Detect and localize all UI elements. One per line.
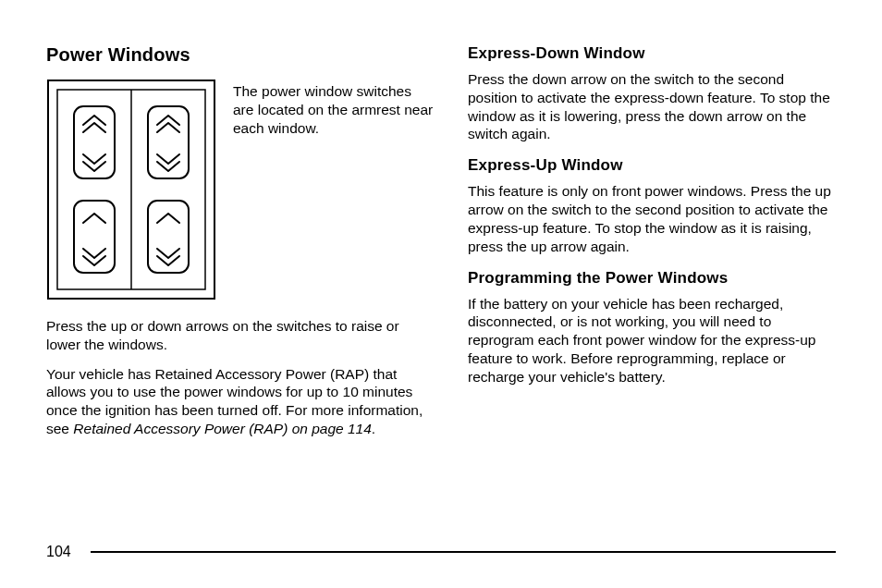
paragraph-programming: If the battery on your vehicle has been … (468, 295, 836, 386)
page-footer: 104 (46, 544, 836, 560)
heading-programming: Programming the Power Windows (468, 269, 836, 288)
svg-rect-5 (74, 201, 115, 273)
paragraph-rap: Your vehicle has Retained Accessory Powe… (46, 365, 435, 438)
left-column: Power Windows (46, 44, 435, 449)
svg-rect-6 (148, 201, 189, 273)
page-content: Power Windows (46, 44, 836, 449)
right-column: Express-Down Window Press the down arrow… (468, 44, 836, 449)
paragraph-express-down: Press the down arrow on the switch to th… (468, 70, 836, 143)
intro-row: The power window switches are located on… (46, 79, 435, 300)
paragraph-press-arrows: Press the up or down arrows on the switc… (46, 317, 435, 354)
svg-rect-3 (74, 106, 115, 178)
intro-text: The power window switches are located on… (233, 79, 435, 300)
intro-paragraph: The power window switches are located on… (233, 82, 435, 137)
window-switch-panel-illustration (46, 79, 216, 300)
heading-express-down: Express-Down Window (468, 44, 836, 63)
heading-express-up: Express-Up Window (468, 156, 836, 175)
rap-text-b: . (372, 421, 375, 436)
rap-reference-italic: Retained Accessory Power (RAP) on page 1… (73, 421, 372, 436)
page-number: 104 (46, 544, 78, 560)
svg-rect-4 (148, 106, 189, 178)
heading-power-windows: Power Windows (46, 44, 435, 66)
paragraph-express-up: This feature is only on front power wind… (468, 182, 836, 255)
page-rule (91, 551, 836, 553)
